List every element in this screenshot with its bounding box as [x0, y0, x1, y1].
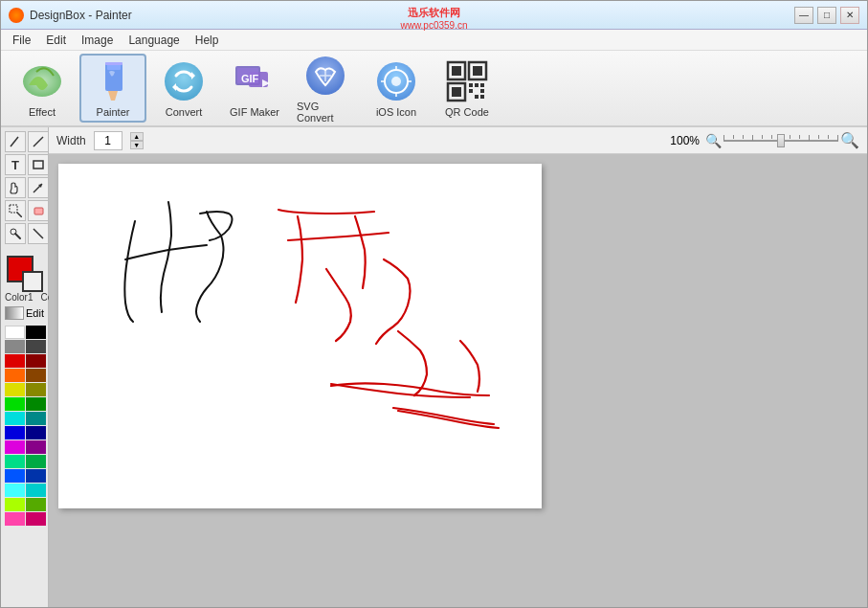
menu-help[interactable]: Help [188, 32, 227, 49]
svg-rect-21 [452, 87, 461, 97]
ios-icon [373, 58, 419, 104]
qr-icon [444, 58, 490, 104]
drawing-canvas[interactable] [58, 164, 542, 508]
width-input[interactable] [94, 131, 122, 150]
width-bar: Width ▲ ▼ 100% 🔍 [49, 127, 867, 154]
menu-edit[interactable]: Edit [38, 32, 74, 49]
palette-cell[interactable] [26, 469, 46, 483]
palette-cell[interactable] [26, 440, 46, 454]
line-tool[interactable] [28, 131, 49, 152]
palette-cell[interactable] [26, 397, 46, 411]
palette-cell[interactable] [26, 484, 46, 497]
menu-bar: File Edit Image Language Help [1, 30, 867, 51]
palette-cell[interactable] [5, 354, 25, 368]
svg-text:GIF: GIF [241, 73, 259, 84]
palette-cell[interactable] [26, 369, 46, 382]
select-tool[interactable] [5, 200, 26, 221]
hand-tool[interactable] [5, 177, 26, 198]
draw-tools: T [5, 131, 44, 244]
palette-cell[interactable] [5, 469, 25, 483]
tool-gif-maker[interactable]: GIF GIF Maker [221, 54, 288, 123]
palette-cell[interactable] [5, 369, 25, 382]
zoom-in-icon[interactable]: 🔍 [840, 131, 859, 149]
gif-icon: GIF [232, 58, 278, 104]
palette-cell[interactable] [5, 440, 25, 454]
arrow-tool[interactable] [28, 177, 49, 198]
svg-point-4 [165, 62, 203, 101]
text-tool[interactable]: T [5, 154, 26, 175]
menu-file[interactable]: File [5, 32, 38, 49]
tool-effect[interactable]: Effect [9, 54, 76, 123]
menu-image[interactable]: Image [74, 32, 121, 49]
rect-tool[interactable] [28, 154, 49, 175]
palette-cell[interactable] [26, 455, 46, 468]
tool-qr-code[interactable]: QR Code [434, 54, 501, 123]
svg-rect-17 [452, 66, 461, 76]
width-down[interactable]: ▼ [130, 141, 144, 149]
palette-cell[interactable] [5, 455, 25, 468]
canvas-container: Width ▲ ▼ 100% 🔍 [49, 127, 867, 608]
close-button[interactable]: ✕ [840, 7, 859, 24]
color-swatches[interactable] [7, 256, 43, 292]
width-up[interactable]: ▲ [130, 132, 144, 141]
svg-rect-26 [475, 95, 479, 99]
eraser-tool[interactable] [28, 200, 49, 221]
palette-cell[interactable] [5, 397, 25, 411]
palette-cell[interactable] [5, 412, 25, 425]
svg-icon [302, 53, 348, 99]
painter-icon [90, 58, 136, 104]
painter-label: Painter [97, 106, 130, 118]
palette-cell[interactable] [5, 426, 25, 439]
toolbar: Effect Painter [1, 51, 867, 127]
palette-cell[interactable] [5, 498, 25, 511]
tool-painter[interactable]: Painter [79, 54, 146, 123]
palette-cell[interactable] [5, 326, 25, 339]
palette-cell[interactable] [5, 340, 25, 353]
diagonal-tool[interactable] [28, 223, 49, 244]
palette-cell[interactable] [26, 426, 46, 439]
maximize-button[interactable]: □ [817, 7, 836, 24]
eyedropper-tool[interactable] [5, 223, 26, 244]
canvas-wrapper[interactable] [49, 154, 867, 608]
pencil-tool[interactable] [5, 131, 26, 152]
edit-button[interactable]: Edit [5, 306, 44, 320]
svg-rect-22 [469, 83, 473, 87]
palette-cell[interactable] [5, 484, 25, 497]
color-palette [5, 326, 44, 526]
app-icon [9, 8, 24, 23]
svg-rect-24 [480, 83, 484, 87]
swatch-labels: Color1 Color2 [5, 292, 44, 303]
tool-svg-convert[interactable]: SVG Convert [292, 54, 359, 123]
edit-gradient [5, 306, 24, 320]
zoom-label: 100% [670, 134, 700, 147]
svg-rect-36 [34, 208, 43, 214]
tool-ios-icon[interactable]: iOS Icon [363, 54, 430, 123]
convert-label: Convert [166, 106, 203, 118]
svg-rect-34 [10, 205, 17, 213]
svg-rect-23 [475, 83, 479, 87]
title-text: DesignBox - Painter [30, 9, 794, 22]
palette-cell[interactable] [26, 354, 46, 368]
menu-language[interactable]: Language [121, 32, 187, 49]
zoom-thumb[interactable] [777, 134, 785, 147]
palette-cell[interactable] [26, 340, 46, 353]
convert-icon [161, 58, 207, 104]
svg-line-38 [15, 234, 20, 238]
palette-cell[interactable] [26, 512, 46, 526]
palette-cell[interactable] [26, 498, 46, 511]
palette-cell[interactable] [26, 383, 46, 396]
ios-label: iOS Icon [376, 106, 416, 118]
minimize-button[interactable]: — [794, 7, 813, 24]
width-spinner: ▲ ▼ [130, 132, 144, 149]
palette-cell[interactable] [5, 512, 25, 526]
color2-swatch[interactable] [22, 271, 43, 292]
tool-convert[interactable]: Convert [150, 54, 217, 123]
color-section: Color1 Color2 Edit [5, 252, 44, 320]
zoom-out-icon[interactable]: 🔍 [705, 133, 722, 148]
palette-cell[interactable] [26, 412, 46, 425]
main-area: T [1, 127, 867, 608]
edit-label: Edit [26, 307, 44, 319]
palette-cell[interactable] [5, 383, 25, 396]
svg-marker-35 [17, 213, 22, 217]
palette-cell[interactable] [26, 326, 46, 339]
